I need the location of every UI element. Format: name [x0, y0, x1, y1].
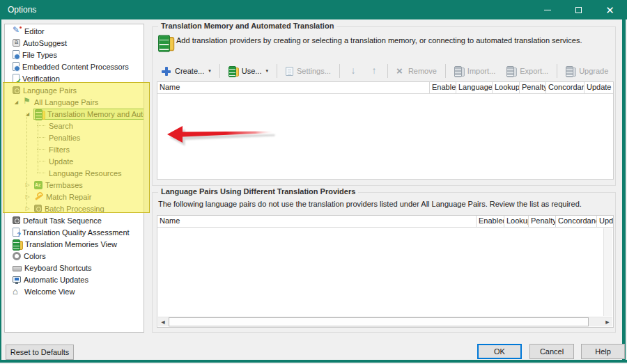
gearbox-icon — [13, 86, 20, 94]
minimize-icon[interactable] — [532, 0, 563, 19]
plus-icon — [162, 67, 171, 76]
tm-icon — [13, 239, 22, 249]
sidebar-item-colors[interactable]: Colors — [5, 250, 144, 262]
sidebar-item-label: Embedded Content Processors — [22, 63, 129, 71]
sidebar-item-match-repair[interactable]: ▷Match Repair — [5, 191, 144, 203]
column-header-penalty[interactable]: Penalty — [520, 82, 546, 94]
toolbar-button-remove[interactable]: Remove — [392, 63, 442, 79]
sidebar-item-embedded-content-processors[interactable]: Embedded Content Processors — [5, 61, 144, 72]
ok-button[interactable]: OK — [477, 344, 522, 359]
sidebar-item-translation-quality-assessment[interactable]: Translation Quality Assessment — [5, 226, 144, 238]
chevron-down-icon[interactable]: ▾ — [208, 68, 211, 74]
column-header-update[interactable]: Update — [585, 82, 613, 94]
expand-icon[interactable]: ▷ — [24, 193, 31, 200]
window-controls: ✕ — [532, 0, 626, 19]
toolbar-separator — [339, 64, 340, 78]
sidebar-item-translation-memory-and-automate[interactable]: ◢Translation Memory and Automate — [5, 108, 144, 120]
palette-icon — [13, 252, 21, 260]
docgear-icon — [13, 62, 20, 71]
column-header-languages[interactable]: Languages — [456, 82, 493, 94]
sidebar-item-label: Translation Memory and Automate — [47, 110, 144, 118]
sidebar-item-verification[interactable]: Verification — [5, 72, 144, 84]
vertical-scrollbar[interactable] — [603, 228, 612, 316]
chevron-down-icon[interactable]: ▾ — [265, 68, 268, 74]
sidebar-item-update[interactable]: Update — [5, 155, 144, 167]
scroll-right-icon[interactable]: ▶ — [603, 317, 612, 326]
sidebar-item-label: Update — [49, 157, 73, 166]
sidebar-item-label: Welcome View — [24, 287, 75, 296]
sidebar-item-label: All Language Pairs — [34, 98, 98, 106]
termbase-icon — [34, 181, 42, 189]
scrollbar-thumb[interactable] — [169, 317, 589, 326]
expand-icon[interactable]: ▷ — [24, 205, 31, 212]
toolbar-button-upgrade[interactable]: Upgrade — [561, 63, 613, 79]
toolbar-button-settings[interactable]: Settings... — [281, 63, 336, 79]
sidebar-item-welcome-view[interactable]: Welcome View — [5, 285, 144, 297]
sidebar-item-file-types[interactable]: File Types — [5, 49, 144, 61]
toolbar-button-label: Create... — [175, 67, 204, 76]
column-header-concordance[interactable]: Concordance — [546, 82, 585, 94]
sidebar-item-filters[interactable]: Filters — [5, 143, 144, 155]
sidebar-item-all-language-pairs[interactable]: ◢All Language Pairs — [5, 96, 144, 108]
close-icon[interactable]: ✕ — [594, 0, 626, 19]
sidebar-item-label: AutoSuggest — [23, 39, 67, 47]
sidebar-item-translation-memories-view[interactable]: Translation Memories View — [5, 238, 144, 250]
horizontal-scrollbar[interactable]: ◀ ▶ — [158, 317, 612, 326]
help-button[interactable]: Help — [581, 344, 625, 359]
sidebar-item-autosuggest[interactable]: AutoSuggest — [5, 37, 144, 49]
column-header-penalty[interactable]: Penalty — [529, 216, 556, 228]
collapse-icon[interactable]: ◢ — [13, 99, 20, 105]
sidebar-item-penalties[interactable]: Penalties — [5, 132, 144, 143]
providers-table: NameEnabledLanguagesLookupPenaltyConcord… — [157, 81, 614, 180]
column-header-concordance[interactable]: Concordance — [556, 216, 597, 228]
toolbar-button-create[interactable]: Create...▾ — [157, 63, 216, 79]
sidebar-item-language-resources[interactable]: Language Resources — [5, 167, 144, 179]
toolbar-button-import[interactable]: Import... — [449, 63, 500, 79]
sidebar-item-label: Termbases — [45, 181, 83, 189]
sidebar-item-batch-processing[interactable]: ▷Batch Processing — [5, 203, 144, 214]
toolbar-button-move-down[interactable] — [343, 63, 363, 79]
scroll-left-icon[interactable]: ◀ — [158, 317, 168, 326]
sidebar-item-label: Match Repair — [46, 193, 91, 201]
monitor-icon — [13, 276, 21, 283]
panel2-description: The following language pairs do not use … — [158, 200, 582, 208]
tree-connector-line — [26, 113, 27, 208]
sidebar-item-language-pairs[interactable]: Language Pairs — [5, 84, 144, 96]
column-header-lookup[interactable]: Lookup — [493, 82, 520, 94]
toolbar-button-label: Use... — [242, 67, 262, 76]
window-border-left — [0, 19, 1, 361]
sidebar-item-automatic-updates[interactable]: Automatic Updates — [5, 274, 144, 285]
toolbar-separator — [219, 64, 220, 78]
sidebar-item-search[interactable]: Search — [5, 120, 144, 132]
column-header-name[interactable]: Name — [157, 82, 430, 94]
sidebar-item-label: Translation Memories View — [25, 240, 117, 248]
gearbox-icon — [34, 205, 42, 212]
db-icon — [506, 66, 516, 76]
expand-icon[interactable]: ▷ — [24, 182, 31, 188]
column-header-name[interactable]: Name — [157, 216, 477, 228]
home-icon — [13, 287, 22, 296]
collapse-icon[interactable]: ◢ — [24, 111, 31, 117]
sidebar-item-default-task-sequence[interactable]: Default Task Sequence — [5, 214, 144, 226]
cancel-button[interactable]: Cancel — [529, 344, 574, 359]
sidebar-item-editor[interactable]: Editor — [5, 25, 144, 37]
toolbar-button-use[interactable]: Use...▾ — [224, 63, 273, 79]
column-header-enabled[interactable]: Enabled — [477, 216, 504, 228]
column-header-lookup[interactable]: Lookup — [504, 216, 529, 228]
toolbar-button-move-up[interactable] — [364, 63, 384, 79]
reset-to-defaults-button[interactable]: Reset to Defaults — [6, 345, 74, 360]
maximize-icon[interactable] — [563, 0, 594, 19]
toolbar-button-export[interactable]: Export... — [502, 63, 553, 79]
tm-icon — [35, 109, 45, 119]
autosuggest-icon — [13, 39, 20, 47]
sidebar-item-termbases[interactable]: ▷Termbases — [5, 179, 144, 191]
sidebar-item-label: Translation Quality Assessment — [22, 228, 130, 237]
window-border-right — [622, 19, 626, 361]
sidebar-item-keyboard-shortcuts[interactable]: Keyboard Shortcuts — [5, 262, 144, 274]
flag-icon — [23, 97, 31, 106]
column-header-enabled[interactable]: Enabled — [430, 82, 456, 94]
sidebar-item-label: Language Resources — [49, 169, 122, 177]
titlebar: Options ✕ — [0, 0, 627, 19]
sidebar-item-label: Batch Processing — [45, 205, 104, 213]
column-header-update[interactable]: Update — [597, 216, 613, 228]
